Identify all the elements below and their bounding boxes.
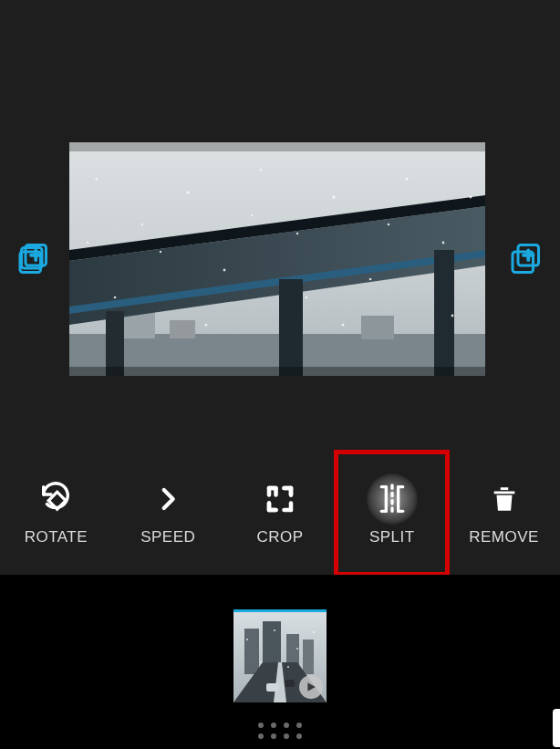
remove-button[interactable]: REMOVE (448, 452, 560, 575)
svg-point-18 (332, 195, 335, 198)
svg-rect-33 (69, 367, 485, 376)
clip-thumbnail[interactable] (233, 609, 327, 702)
svg-point-24 (342, 324, 345, 327)
crop-icon (264, 483, 296, 515)
svg-point-29 (306, 296, 308, 299)
add-clip-before-button[interactable] (16, 243, 51, 277)
svg-point-15 (223, 269, 226, 272)
video-editor-screen: ROTATE SPEED (0, 0, 560, 749)
svg-rect-53 (303, 640, 314, 674)
svg-point-27 (251, 214, 253, 216)
svg-point-12 (95, 177, 98, 180)
speed-label: SPEED (140, 528, 195, 546)
preview-frame[interactable] (69, 142, 485, 376)
rotate-button[interactable]: ROTATE (0, 452, 112, 575)
svg-point-30 (87, 242, 88, 244)
svg-point-31 (470, 196, 472, 199)
edit-toolbar: ROTATE SPEED (0, 452, 560, 575)
side-panel-handle[interactable] (553, 709, 560, 747)
svg-point-20 (405, 177, 408, 180)
svg-point-22 (114, 296, 117, 299)
svg-point-58 (246, 639, 248, 640)
svg-point-17 (296, 233, 298, 234)
svg-point-28 (388, 224, 390, 226)
svg-point-25 (451, 315, 454, 317)
drag-handle-icon[interactable] (258, 723, 302, 739)
svg-rect-5 (361, 316, 394, 339)
trash-icon (489, 484, 520, 515)
svg-rect-11 (434, 250, 454, 376)
svg-point-63 (287, 666, 289, 668)
add-to-queue-icon (17, 244, 50, 276)
svg-point-13 (141, 224, 144, 226)
rotate-icon (37, 481, 74, 517)
svg-rect-4 (170, 320, 195, 338)
svg-point-59 (274, 629, 275, 631)
svg-point-19 (369, 278, 372, 281)
timeline-strip (0, 575, 560, 749)
clip-play-badge (299, 675, 323, 699)
svg-point-23 (205, 324, 208, 327)
svg-rect-50 (244, 629, 259, 674)
crop-label: CROP (256, 528, 303, 546)
svg-rect-9 (279, 279, 303, 376)
split-button[interactable]: SPLIT (336, 452, 448, 575)
svg-point-16 (260, 169, 263, 172)
split-label: SPLIT (369, 528, 415, 546)
rotate-label: ROTATE (25, 528, 88, 546)
svg-point-61 (313, 631, 315, 633)
speed-button[interactable]: SPEED (112, 452, 224, 575)
svg-rect-10 (106, 311, 124, 376)
svg-point-26 (160, 251, 161, 253)
play-icon (306, 681, 316, 692)
svg-point-14 (186, 191, 190, 194)
add-clip-after-button[interactable] (509, 243, 544, 277)
svg-point-60 (296, 648, 298, 650)
svg-rect-57 (285, 680, 295, 687)
svg-marker-64 (307, 682, 315, 692)
svg-point-21 (442, 242, 445, 244)
add-to-queue-icon (510, 244, 543, 276)
svg-rect-56 (266, 683, 279, 692)
crop-button[interactable]: CROP (224, 452, 337, 575)
preview-area (0, 9, 560, 447)
remove-label: REMOVE (469, 528, 539, 546)
svg-rect-32 (69, 142, 485, 151)
split-icon (374, 481, 410, 517)
chevron-right-icon (152, 484, 183, 515)
svg-point-62 (260, 661, 262, 663)
preview-still-image (69, 142, 485, 376)
